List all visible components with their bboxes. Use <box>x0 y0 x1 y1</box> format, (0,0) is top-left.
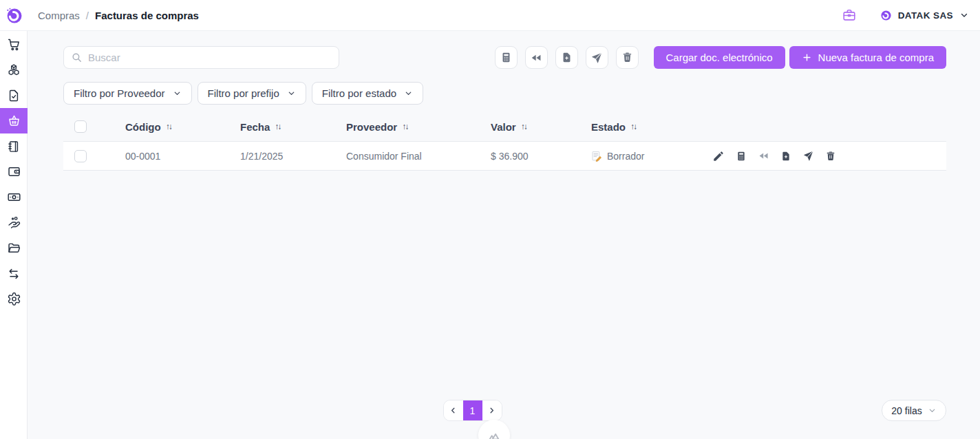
chevron-down-icon <box>404 89 413 98</box>
send-icon <box>802 150 814 162</box>
breadcrumb: Compras / Facturas de compras <box>38 10 199 21</box>
cell-fecha: 1/21/2025 <box>240 151 346 162</box>
sidebar-item-settings[interactable] <box>0 286 28 312</box>
sidebar-item-purchases[interactable] <box>0 108 28 133</box>
chevron-down-icon <box>959 10 969 20</box>
rows-per-page-label: 20 filas <box>891 405 922 416</box>
column-label: Estado <box>591 121 626 133</box>
sidebar-item-cash[interactable] <box>0 184 28 210</box>
rewind-icon <box>530 52 542 64</box>
filter-prefix-label: Filtro por prefijo <box>208 87 279 99</box>
rows-per-page-select[interactable]: 20 filas <box>882 400 946 421</box>
column-header-estado[interactable]: Estado ↑↓ <box>591 121 712 133</box>
column-header-valor[interactable]: Valor ↑↓ <box>491 121 591 133</box>
sidebar-item-payroll[interactable] <box>0 210 28 235</box>
invoices-table: Código ↑↓ Fecha ↑↓ Proveedor ↑↓ Valor ↑↓… <box>63 112 946 171</box>
calculator-icon <box>500 52 512 63</box>
transfer-icon <box>7 267 21 281</box>
bulk-delete-button[interactable] <box>616 46 639 69</box>
row-duplicate-button[interactable] <box>780 151 791 162</box>
filter-status[interactable]: Filtro por estado <box>312 82 423 105</box>
select-all-checkbox[interactable] <box>74 120 87 133</box>
hand-coins-icon <box>7 215 21 230</box>
pagination-prev-button[interactable] <box>444 400 463 420</box>
app-logo-icon[interactable] <box>6 7 23 24</box>
sidebar-item-wallet[interactable] <box>0 159 28 184</box>
sidebar-item-sales[interactable] <box>0 32 28 57</box>
sidebar-item-inventory[interactable] <box>0 57 28 83</box>
new-purchase-invoice-button[interactable]: Nueva factura de compra <box>789 46 946 69</box>
sidebar <box>0 31 28 439</box>
toolbar: Cargar doc. electrónico Nueva factura de… <box>63 46 946 69</box>
cart-icon <box>7 37 21 52</box>
company-logo <box>880 10 892 21</box>
sort-icon[interactable]: ↑↓ <box>402 122 409 131</box>
table-footer: 1 20 filas <box>63 400 946 421</box>
load-electronic-doc-button[interactable]: Cargar doc. electrónico <box>654 46 785 69</box>
search-input[interactable] <box>88 52 332 63</box>
pagination-next-button[interactable] <box>482 400 502 420</box>
chevron-left-icon <box>449 406 458 415</box>
cell-proveedor: Consumidor Final <box>346 151 491 162</box>
pagination-page-1[interactable]: 1 <box>463 400 482 420</box>
column-label: Código <box>125 121 161 133</box>
bulk-account-button[interactable] <box>495 46 518 69</box>
row-checkbox[interactable] <box>74 150 87 162</box>
row-edit-button[interactable] <box>712 150 725 162</box>
sort-icon[interactable]: ↑↓ <box>521 122 528 131</box>
row-actions <box>712 150 836 162</box>
company-switcher[interactable]: DATAK SAS <box>880 10 969 21</box>
breadcrumb-separator: / <box>86 10 89 21</box>
mountains-icon <box>486 427 502 439</box>
bulk-duplicate-button[interactable] <box>555 46 578 69</box>
bulk-revert-button[interactable] <box>525 46 548 69</box>
briefcase-icon <box>842 8 857 23</box>
file-plus-icon <box>561 52 573 63</box>
sidebar-item-files[interactable] <box>0 235 28 261</box>
column-header-proveedor[interactable]: Proveedor ↑↓ <box>346 121 491 133</box>
sidebar-item-accounting[interactable] <box>0 133 28 159</box>
sidebar-item-transfers[interactable] <box>0 261 28 286</box>
filter-status-label: Filtro por estado <box>322 87 396 99</box>
folder-icon <box>7 241 21 255</box>
filter-provider[interactable]: Filtro por Proveedor <box>63 82 192 105</box>
sort-icon[interactable]: ↑↓ <box>166 122 173 131</box>
cell-valor: $ 36.900 <box>491 151 591 162</box>
column-label: Fecha <box>240 121 270 133</box>
main-content: Cargar doc. electrónico Nueva factura de… <box>28 31 980 439</box>
filters: Filtro por Proveedor Filtro por prefijo … <box>63 82 946 105</box>
row-checkbox-cell <box>63 150 125 162</box>
pagination: 1 <box>443 400 502 421</box>
breadcrumb-parent[interactable]: Compras <box>38 10 80 21</box>
row-send-button[interactable] <box>802 150 814 162</box>
sort-icon[interactable]: ↑↓ <box>630 122 637 131</box>
file-plus-icon <box>780 151 791 162</box>
sidebar-item-documents[interactable] <box>0 83 28 108</box>
banknote-icon <box>7 190 21 204</box>
sort-icon[interactable]: ↑↓ <box>275 122 281 131</box>
chevron-right-icon <box>487 406 496 415</box>
plus-icon <box>802 52 812 63</box>
chevron-down-icon <box>928 406 937 415</box>
briefcase-button[interactable] <box>839 5 860 25</box>
ledger-icon <box>7 140 21 153</box>
row-delete-button[interactable] <box>825 151 836 162</box>
cell-codigo: 00-0001 <box>125 151 240 162</box>
filter-prefix[interactable]: Filtro por prefijo <box>198 82 306 105</box>
row-revert-button[interactable] <box>758 150 769 162</box>
column-header-fecha[interactable]: Fecha ↑↓ <box>240 121 346 133</box>
column-label: Valor <box>491 121 516 133</box>
calculator-icon <box>736 151 747 162</box>
edit-icon <box>712 150 725 162</box>
bulk-send-button[interactable] <box>586 46 608 69</box>
column-label: Proveedor <box>346 121 397 133</box>
breadcrumb-current: Facturas de compras <box>95 10 199 21</box>
chevron-down-icon <box>173 89 182 98</box>
company-name: DATAK SAS <box>898 10 953 21</box>
row-account-button[interactable] <box>736 151 747 162</box>
filter-provider-label: Filtro por Proveedor <box>74 87 165 99</box>
column-header-codigo[interactable]: Código ↑↓ <box>125 121 240 133</box>
status-badge: Borrador <box>607 151 644 162</box>
load-doc-label: Cargar doc. electrónico <box>666 52 773 63</box>
basket-icon <box>7 114 21 128</box>
